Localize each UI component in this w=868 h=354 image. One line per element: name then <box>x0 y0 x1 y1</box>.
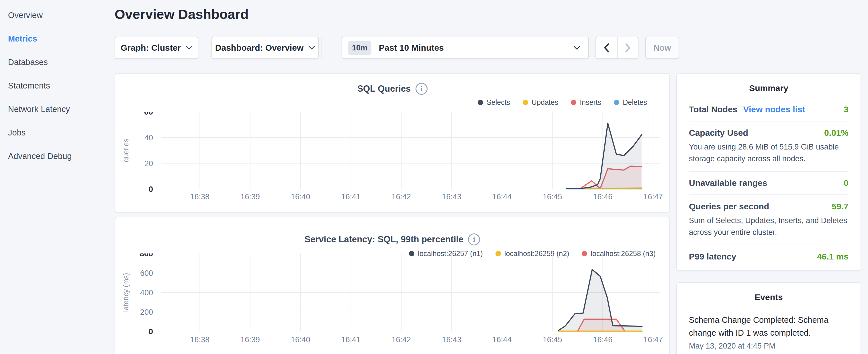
sidebar-item-statements[interactable]: Statements <box>8 74 115 97</box>
svg-text:16:45: 16:45 <box>543 192 562 201</box>
summary-label: Unavailable ranges <box>689 178 767 188</box>
events-panel: Events Schema Change Completed: Schema c… <box>676 282 861 354</box>
svg-text:latency (ms): latency (ms) <box>122 273 130 312</box>
summary-value: 3 <box>844 104 848 114</box>
chevron-down-icon <box>186 46 192 50</box>
summary-label: Total Nodes <box>689 104 737 114</box>
toolbar-divider <box>321 37 322 59</box>
svg-text:16:41: 16:41 <box>341 192 361 201</box>
chevron-right-icon <box>625 43 631 53</box>
summary-row-p99-latency: P99 latency 46.1 ms <box>689 252 848 261</box>
graph-scope-dropdown[interactable]: Graph: Cluster <box>115 37 198 59</box>
summary-label: Capacity Used <box>689 128 748 138</box>
summary-value: 59.7 <box>832 202 848 212</box>
svg-text:16:46: 16:46 <box>593 192 613 201</box>
summary-value: 46.1 ms <box>817 252 848 261</box>
chevron-left-icon <box>604 43 610 53</box>
service-latency-plot[interactable]: 16:3816:3916:4016:4116:4216:4316:4416:45… <box>115 254 670 354</box>
sidebar-item-advanced-debug[interactable]: Advanced Debug <box>8 144 115 168</box>
svg-text:16:43: 16:43 <box>442 335 461 344</box>
event-timestamp: May 13, 2020 at 4:45 PM <box>689 342 848 351</box>
svg-text:0: 0 <box>149 327 153 336</box>
sidebar-item-databases[interactable]: Databases <box>8 51 115 74</box>
chart-title: SQL Queries <box>357 84 411 94</box>
dashboard-dropdown[interactable]: Dashboard: Overview <box>212 37 319 59</box>
summary-label: P99 latency <box>689 252 736 261</box>
sidebar-item-metrics[interactable]: Metrics <box>8 27 115 51</box>
graph-scope-dropdown-label: Graph: Cluster <box>121 43 181 53</box>
legend-item: Inserts <box>571 98 601 106</box>
divider <box>689 245 848 245</box>
view-nodes-list-link[interactable]: View nodes list <box>743 104 805 114</box>
sql-queries-chart-card: SQL Queries i SelectsUpdatesInsertsDelet… <box>115 73 670 213</box>
summary-title: Summary <box>689 83 848 93</box>
dashboard-dropdown-label: Dashboard: Overview <box>215 43 304 53</box>
svg-text:16:47: 16:47 <box>643 335 663 344</box>
svg-text:16:38: 16:38 <box>190 192 210 201</box>
event-message: Schema Change Completed: Schema change w… <box>689 314 848 340</box>
svg-text:200: 200 <box>140 308 153 317</box>
summary-description: You are using 28.6 MiB of 515.9 GiB usab… <box>689 141 848 164</box>
sidebar-item-overview[interactable]: Overview <box>8 3 115 27</box>
chevron-down-icon <box>309 46 315 50</box>
svg-text:16:47: 16:47 <box>643 192 663 201</box>
svg-text:60: 60 <box>144 112 153 116</box>
svg-text:16:44: 16:44 <box>492 335 512 344</box>
svg-text:16:42: 16:42 <box>392 192 411 201</box>
summary-row-capacity-used: Capacity Used 0.01% You are using 28.6 M… <box>689 128 848 164</box>
summary-row-unavailable-ranges: Unavailable ranges 0 <box>689 178 848 188</box>
page-title: Overview Dashboard <box>115 6 249 22</box>
legend-item: Deletes <box>614 98 647 106</box>
summary-value: 0.01% <box>824 128 848 138</box>
time-window-badge: 10m <box>348 41 371 55</box>
time-step-buttons <box>595 37 639 59</box>
summary-row-queries-per-second: Queries per second 59.7 Sum of Selects, … <box>689 202 848 238</box>
service-latency-chart-card: Service Latency: SQL, 99th percentile i … <box>115 217 670 354</box>
svg-text:16:43: 16:43 <box>442 192 461 201</box>
svg-text:600: 600 <box>140 269 153 278</box>
legend-dot-icon <box>571 100 576 105</box>
chart-legend: SelectsUpdatesInsertsDeletes <box>478 98 647 106</box>
db-console-page: Overview Metrics Databases Statements Ne… <box>0 0 868 354</box>
legend-dot-icon <box>614 100 619 105</box>
time-range-selector[interactable]: 10m Past 10 Minutes <box>342 37 589 59</box>
event-item[interactable]: Schema Change Completed: Schema change w… <box>689 314 848 351</box>
svg-text:queries: queries <box>122 139 130 162</box>
now-button[interactable]: Now <box>645 37 679 59</box>
svg-text:16:40: 16:40 <box>291 335 310 344</box>
legend-item: Selects <box>478 98 510 106</box>
svg-text:16:38: 16:38 <box>190 335 210 344</box>
svg-text:16:40: 16:40 <box>291 192 310 201</box>
svg-text:40: 40 <box>145 133 153 142</box>
next-time-button[interactable] <box>617 37 638 58</box>
svg-text:400: 400 <box>140 288 153 297</box>
previous-time-button[interactable] <box>596 37 617 58</box>
chevron-down-icon <box>574 46 580 50</box>
time-range-label: Past 10 Minutes <box>379 43 566 53</box>
divider <box>689 171 848 171</box>
events-title: Events <box>689 292 848 302</box>
svg-text:16:45: 16:45 <box>543 335 562 344</box>
summary-value: 0 <box>844 178 848 188</box>
svg-text:16:39: 16:39 <box>241 192 260 201</box>
divider <box>689 194 848 195</box>
svg-text:0: 0 <box>149 185 153 194</box>
sidebar-item-jobs[interactable]: Jobs <box>8 121 115 144</box>
info-icon[interactable]: i <box>415 83 428 95</box>
sidebar: Overview Metrics Databases Statements Ne… <box>0 0 115 168</box>
summary-description: Sum of Selects, Updates, Inserts, and De… <box>689 215 848 238</box>
chart-title: Service Latency: SQL, 99th percentile <box>305 234 464 245</box>
legend-dot-icon <box>523 100 528 105</box>
legend-item: Updates <box>523 98 558 106</box>
svg-text:20: 20 <box>145 159 153 168</box>
sidebar-item-network-latency[interactable]: Network Latency <box>8 97 115 121</box>
svg-text:16:42: 16:42 <box>392 335 411 344</box>
info-icon[interactable]: i <box>468 233 480 246</box>
sql-queries-plot[interactable]: 16:3816:3916:4016:4116:4216:4316:4416:45… <box>115 112 670 214</box>
svg-text:800: 800 <box>140 254 153 258</box>
divider <box>689 121 848 122</box>
svg-text:16:41: 16:41 <box>341 335 361 344</box>
summary-label: Queries per second <box>689 202 769 212</box>
summary-panel: Summary Total Nodes View nodes list 3 Ca… <box>676 73 861 271</box>
legend-dot-icon <box>478 100 483 105</box>
